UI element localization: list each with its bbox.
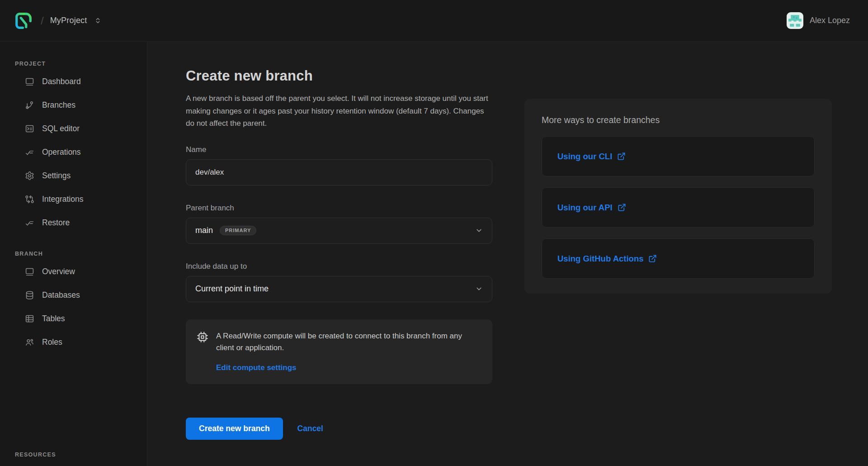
- sidebar-item-overview[interactable]: Overview: [15, 260, 147, 283]
- sidebar-item-settings[interactable]: Settings: [15, 164, 147, 187]
- sidebar-item-label: Overview: [42, 267, 75, 276]
- sidebar-item-sql-editor[interactable]: SQL editor: [15, 117, 147, 140]
- cancel-link[interactable]: Cancel: [297, 424, 323, 433]
- sidebar-item-operations[interactable]: Operations: [15, 140, 147, 164]
- edit-compute-settings-link[interactable]: Edit compute settings: [216, 363, 481, 372]
- sidebar-item-label: Restore: [42, 218, 70, 228]
- name-label: Name: [186, 145, 492, 154]
- breadcrumb-separator: /: [41, 14, 44, 27]
- compute-note: A Read/Write compute will be created to …: [186, 319, 492, 385]
- external-link-icon: [618, 203, 626, 212]
- api-card[interactable]: Using our API: [542, 187, 815, 228]
- user-name: Alex Lopez: [810, 16, 850, 25]
- integrations-icon: [25, 195, 34, 204]
- sidebar-item-dashboard[interactable]: Dashboard: [15, 70, 147, 93]
- sidebar-spacer: [15, 354, 147, 452]
- sidebar: PROJECT Dashboard Branches SQL editor Op…: [0, 42, 147, 466]
- include-data-value: Current point in time: [195, 284, 269, 294]
- main-content: Create new branch A new branch is based …: [147, 42, 868, 466]
- cli-card[interactable]: Using our CLI: [542, 136, 815, 176]
- sidebar-item-integrations[interactable]: Integrations: [15, 187, 147, 211]
- using-api-label: Using our API: [557, 203, 613, 213]
- neon-logo-icon[interactable]: [14, 12, 33, 30]
- dashboard-icon: [25, 77, 34, 86]
- sidebar-item-tables[interactable]: Tables: [15, 307, 147, 330]
- project-switcher[interactable]: MyProject: [50, 16, 101, 25]
- sidebar-item-label: Integrations: [42, 195, 83, 204]
- using-cli-link[interactable]: Using our CLI: [557, 152, 626, 162]
- sidebar-item-label: Dashboard: [42, 77, 81, 86]
- roles-icon: [25, 338, 34, 347]
- databases-icon: [25, 290, 34, 300]
- chevron-down-icon: [475, 285, 483, 293]
- sidebar-item-label: SQL editor: [42, 124, 80, 133]
- avatar: [787, 12, 803, 29]
- create-branch-form: Create new branch A new branch is based …: [186, 68, 492, 440]
- sidebar-item-label: Roles: [42, 338, 62, 347]
- using-github-actions-label: Using GitHub Actions: [557, 254, 643, 264]
- branch-name-input[interactable]: [186, 159, 492, 185]
- settings-icon: [25, 171, 34, 181]
- parent-branch-label: Parent branch: [186, 204, 492, 213]
- user-menu[interactable]: Alex Lopez: [787, 12, 850, 29]
- sidebar-item-restore[interactable]: Restore: [15, 211, 147, 234]
- more-ways-title: More ways to create branches: [542, 115, 815, 125]
- parent-branch-value: main: [195, 226, 213, 235]
- more-ways-panel: More ways to create branches Using our C…: [524, 99, 832, 294]
- tables-icon: [25, 314, 34, 323]
- sidebar-item-label: Settings: [42, 171, 71, 181]
- include-data-select[interactable]: Current point in time: [186, 276, 492, 302]
- sidebar-item-branches[interactable]: Branches: [15, 93, 147, 117]
- create-branch-button[interactable]: Create new branch: [186, 418, 283, 440]
- parent-branch-select[interactable]: main PRIMARY: [186, 218, 492, 244]
- top-bar: / MyProject Alex Lopez: [0, 0, 868, 42]
- sql-editor-icon: [25, 124, 34, 133]
- chevron-down-icon: [475, 227, 483, 234]
- page-description: A new branch is based off the parent you…: [186, 92, 489, 130]
- form-actions: Create new branch Cancel: [186, 418, 492, 440]
- sidebar-section-project: PROJECT: [15, 61, 147, 67]
- sidebar-item-label: Tables: [42, 314, 65, 323]
- operations-icon: [25, 147, 34, 157]
- page-title: Create new branch: [186, 68, 492, 84]
- github-actions-card[interactable]: Using GitHub Actions: [542, 238, 815, 279]
- using-github-actions-link[interactable]: Using GitHub Actions: [557, 254, 657, 264]
- external-link-icon: [648, 254, 657, 263]
- sidebar-item-roles[interactable]: Roles: [15, 330, 147, 354]
- project-name: MyProject: [50, 16, 87, 25]
- sidebar-item-databases[interactable]: Databases: [15, 283, 147, 307]
- cpu-chip-icon: [197, 331, 208, 343]
- restore-icon: [25, 218, 34, 228]
- sidebar-item-label: Operations: [42, 147, 81, 157]
- using-api-link[interactable]: Using our API: [557, 203, 626, 213]
- sidebar-section-resources: RESOURCES: [15, 452, 147, 459]
- unfold-chevrons-icon: [94, 17, 101, 24]
- branches-icon: [25, 100, 34, 110]
- sidebar-item-label: Databases: [42, 290, 80, 300]
- include-data-label: Include data up to: [186, 262, 492, 271]
- primary-badge: PRIMARY: [220, 226, 256, 235]
- external-link-icon: [617, 152, 626, 161]
- compute-note-text: A Read/Write compute will be created to …: [216, 330, 481, 355]
- using-cli-label: Using our CLI: [557, 152, 612, 162]
- overview-icon: [25, 267, 34, 276]
- sidebar-section-branch: BRANCH: [15, 251, 147, 257]
- sidebar-item-label: Branches: [42, 100, 75, 110]
